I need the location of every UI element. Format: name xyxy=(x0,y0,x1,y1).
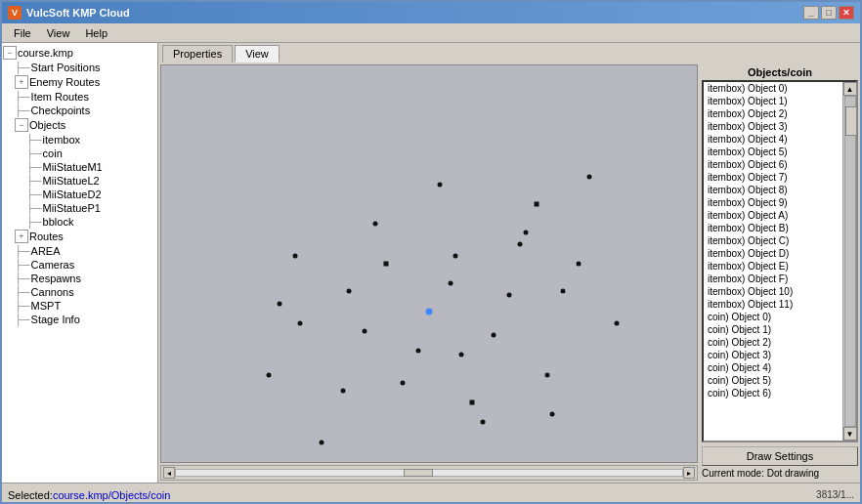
object-list-item[interactable]: itembox) Object 4) xyxy=(704,133,842,146)
sidebar-item-routes[interactable]: +Routes xyxy=(2,229,157,244)
sidebar-item-course-kmp[interactable]: −course.kmp xyxy=(2,45,157,61)
tree-item-label: AREA xyxy=(31,245,61,257)
sidebar-item-MiiStatueM1[interactable]: ├─MiiStatueM1 xyxy=(2,160,157,174)
object-list-item[interactable]: itembox) Object 7) xyxy=(704,171,842,184)
tree-item-label: Checkpoints xyxy=(31,105,91,116)
tree-line-icon: ├─ xyxy=(15,300,30,312)
object-list-item[interactable]: itembox) Object 2) xyxy=(704,107,842,120)
tree-line-icon: ├─ xyxy=(15,105,30,116)
scrollbar-thumb[interactable] xyxy=(404,469,433,477)
scroll-right-button[interactable]: ▸ xyxy=(683,467,695,479)
object-list-item[interactable]: coin) Object 4) xyxy=(704,361,842,374)
sidebar-item-checkpoints[interactable]: ├─Checkpoints xyxy=(2,104,157,117)
sidebar-item-enemy-routes[interactable]: +Enemy Routes xyxy=(2,74,157,90)
menu-view[interactable]: View xyxy=(39,25,78,41)
tree-item-label: bblock xyxy=(43,216,74,228)
tree-expand-icon[interactable]: − xyxy=(3,46,17,60)
tree-item-label: Item Routes xyxy=(31,91,89,103)
object-list-item[interactable]: coin) Object 5) xyxy=(704,374,842,387)
menu-help[interactable]: Help xyxy=(77,25,115,41)
tree-line-icon: ├─ xyxy=(26,189,42,200)
view-panel: ◂ ▸ Objects/coin itembox) Object 0)itemb… xyxy=(158,63,860,483)
close-button[interactable]: ✕ xyxy=(839,6,854,20)
sidebar-item-area[interactable]: ├─AREA xyxy=(2,244,157,258)
tree-expand-icon[interactable]: − xyxy=(15,118,28,132)
object-list-item[interactable]: itembox) Object 11) xyxy=(704,298,842,311)
tree-line-icon: ├─ xyxy=(26,175,42,187)
canvas-dot xyxy=(614,320,619,325)
objects-list: itembox) Object 0)itembox) Object 1)item… xyxy=(704,82,842,441)
tree-line-icon: ├─ xyxy=(26,216,42,228)
object-list-item[interactable]: itembox) Object 3) xyxy=(704,120,842,133)
object-list-item[interactable]: itembox) Object 6) xyxy=(704,158,842,171)
sidebar-item-MiiStatueP1[interactable]: ├─MiiStatueP1 xyxy=(2,201,157,215)
sidebar-item-MiiStatueL2[interactable]: ├─MiiStatueL2 xyxy=(2,174,157,188)
tab-properties[interactable]: Properties xyxy=(162,45,233,63)
canvas-dot xyxy=(561,289,566,294)
tree-expand-icon[interactable]: + xyxy=(15,230,28,243)
objects-list-header: Objects/coin xyxy=(702,64,858,80)
object-list-item[interactable]: itembox) Object 9) xyxy=(704,196,842,209)
sidebar-item-objects[interactable]: −Objects xyxy=(2,117,157,133)
sidebar-tree: −course.kmp├─Start Positions+Enemy Route… xyxy=(2,43,158,483)
sidebar-item-bblock[interactable]: ├─bblock xyxy=(2,215,157,229)
object-list-item[interactable]: itembox) Object F) xyxy=(704,273,842,285)
sidebar-item-start-positions[interactable]: ├─Start Positions xyxy=(2,61,157,74)
object-list-item[interactable]: coin) Object 6) xyxy=(704,387,842,399)
tree-line-icon: ├─ xyxy=(15,62,30,73)
object-list-item[interactable]: itembox) Object B) xyxy=(704,222,842,234)
object-list-item[interactable]: itembox) Object E) xyxy=(704,260,842,273)
sidebar-item-cameras[interactable]: ├─Cameras xyxy=(2,258,157,272)
scrollbar-track[interactable] xyxy=(175,469,683,477)
current-mode-label: Current mode: Dot drawing xyxy=(702,466,858,481)
canvas-dot xyxy=(373,222,378,227)
tab-view[interactable]: View xyxy=(235,45,280,63)
horizontal-scrollbar[interactable]: ◂ ▸ xyxy=(160,465,698,481)
tree-item-label: itembox xyxy=(43,134,81,146)
tree-expand-icon[interactable]: + xyxy=(15,75,28,89)
object-list-item[interactable]: itembox) Object 5) xyxy=(704,146,842,158)
canvas-dot xyxy=(550,412,555,417)
sidebar-item-MiiStatueD2[interactable]: ├─MiiStatueD2 xyxy=(2,188,157,201)
tree-line-icon: ├─ xyxy=(15,259,30,271)
object-list-item[interactable]: itembox) Object A) xyxy=(704,209,842,222)
canvas-dot xyxy=(534,202,539,207)
sidebar-item-item-routes[interactable]: ├─Item Routes xyxy=(2,90,157,104)
object-list-item[interactable]: coin) Object 1) xyxy=(704,323,842,336)
tab-bar: Properties View xyxy=(158,43,860,63)
maximize-button[interactable]: □ xyxy=(821,6,837,20)
sidebar-item-stage-info[interactable]: ├─Stage Info xyxy=(2,313,157,326)
object-list-item[interactable]: itembox) Object 8) xyxy=(704,184,842,196)
object-list-item[interactable]: itembox) Object 10) xyxy=(704,285,842,298)
selected-value: course.kmp/Objects/coin xyxy=(53,489,170,501)
scroll-thumb[interactable] xyxy=(845,106,857,136)
tree-item-label: Stage Info xyxy=(31,314,80,325)
object-list-item[interactable]: coin) Object 3) xyxy=(704,349,842,361)
sidebar-item-mspt[interactable]: ├─MSPT xyxy=(2,299,157,313)
object-list-item[interactable]: coin) Object 0) xyxy=(704,311,842,323)
sidebar-item-respawns[interactable]: ├─Respawns xyxy=(2,272,157,285)
tree-item-label: MiiStatueM1 xyxy=(43,161,103,173)
object-list-item[interactable]: itembox) Object C) xyxy=(704,234,842,247)
canvas-dot xyxy=(266,372,271,377)
object-list-item[interactable]: itembox) Object D) xyxy=(704,247,842,260)
scroll-up-button[interactable]: ▲ xyxy=(843,82,857,96)
sidebar-item-itembox[interactable]: ├─itembox xyxy=(2,133,157,147)
menu-file[interactable]: File xyxy=(6,25,39,41)
coords-label: 3813/1... xyxy=(816,489,854,500)
draw-settings-button[interactable]: Draw Settings xyxy=(702,446,858,466)
object-list-item[interactable]: coin) Object 2) xyxy=(704,336,842,349)
minimize-button[interactable]: _ xyxy=(803,6,819,20)
objects-list-container: itembox) Object 0)itembox) Object 1)item… xyxy=(702,80,858,442)
scroll-track xyxy=(844,96,856,427)
object-list-item[interactable]: itembox) Object 1) xyxy=(704,95,842,107)
scroll-down-button[interactable]: ▼ xyxy=(843,427,857,441)
scroll-left-button[interactable]: ◂ xyxy=(163,467,175,479)
sidebar-item-cannons[interactable]: ├─Cannons xyxy=(2,285,157,299)
canvas-dot xyxy=(346,289,351,294)
tree-item-label: Start Positions xyxy=(31,62,101,73)
tree-line-icon: ├─ xyxy=(15,286,30,298)
canvas-view[interactable] xyxy=(160,64,698,463)
sidebar-item-coin[interactable]: ├─coin xyxy=(2,147,157,160)
object-list-item[interactable]: itembox) Object 0) xyxy=(704,82,842,95)
